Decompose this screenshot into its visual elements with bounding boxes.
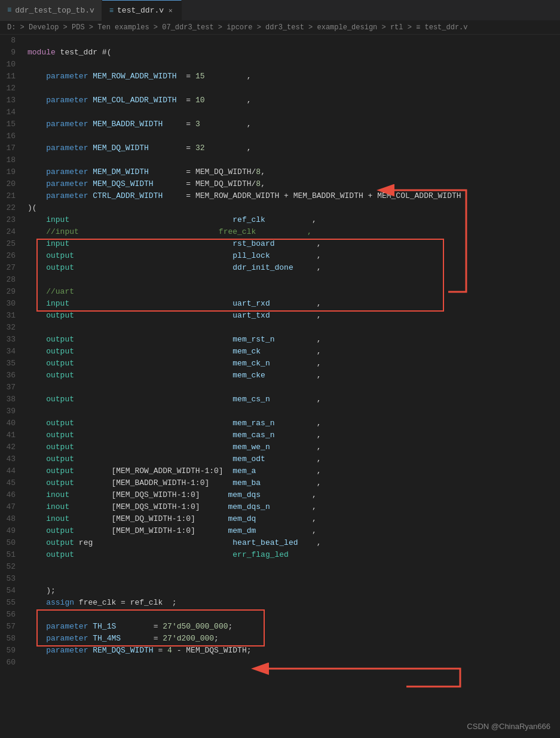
file-icon-2: ≡ xyxy=(109,7,114,15)
code-line: 35 output mem_ck_n , xyxy=(0,358,560,370)
line-number: 49 xyxy=(0,525,25,537)
line-number: 39 xyxy=(0,405,25,417)
line-number: 30 xyxy=(0,298,25,310)
line-number: 18 xyxy=(0,154,25,166)
line-number: 17 xyxy=(0,142,25,154)
code-line: 41 output mem_cas_n , xyxy=(0,429,560,441)
line-number: 19 xyxy=(0,166,25,178)
line-number: 31 xyxy=(0,310,25,322)
code-line: 47 inout [MEM_DQS_WIDTH-1:0] mem_dqs_n , xyxy=(0,501,560,513)
line-number: 44 xyxy=(0,465,25,477)
line-code: inout [MEM_DQ_WIDTH-1:0] mem_dq , xyxy=(25,513,560,525)
code-line: 32 xyxy=(0,322,560,334)
line-code: inout [MEM_DQS_WIDTH-1:0] mem_dqs_n , xyxy=(25,501,560,513)
code-line: 51 output err_flag_led xyxy=(0,549,560,561)
tab-bar: ≡ ddr_test_top_tb.v ≡ test_ddr.v ✕ xyxy=(0,0,560,21)
code-editor[interactable]: 8 9module test_ddr #(10 11 parameter MEM… xyxy=(0,35,560,669)
line-code xyxy=(25,573,560,585)
code-line: 36 output mem_cke , xyxy=(0,370,560,382)
code-line: 59 parameter REM_DQS_WIDTH = 4 - MEM_DQS… xyxy=(0,645,560,657)
code-line: 44 output [MEM_ROW_ADDR_WIDTH-1:0] mem_a… xyxy=(0,465,560,477)
line-number: 16 xyxy=(0,130,25,142)
line-number: 26 xyxy=(0,250,25,262)
line-code xyxy=(25,130,560,142)
code-line: 11 parameter MEM_ROW_ADDR_WIDTH = 15 , xyxy=(0,71,560,83)
line-code: module test_ddr #( xyxy=(25,47,560,59)
code-line: 25 input rst_board , xyxy=(0,238,560,250)
code-line: 14 xyxy=(0,106,560,118)
line-number: 8 xyxy=(0,35,25,47)
line-number: 34 xyxy=(0,346,25,358)
code-line: 16 xyxy=(0,130,560,142)
line-number: 58 xyxy=(0,633,25,645)
code-wrapper: 8 9module test_ddr #(10 11 parameter MEM… xyxy=(0,35,560,669)
code-line: 15 parameter MEM_BADDR_WIDTH = 3 , xyxy=(0,118,560,130)
code-line: 52 xyxy=(0,561,560,573)
line-code: output [MEM_ROW_ADDR_WIDTH-1:0] mem_a , xyxy=(25,465,560,477)
line-number: 52 xyxy=(0,561,25,573)
line-number: 22 xyxy=(0,202,25,214)
code-line: 21 parameter CTRL_ADDR_WIDTH = MEM_ROW_A… xyxy=(0,190,560,202)
code-line: 48 inout [MEM_DQ_WIDTH-1:0] mem_dq , xyxy=(0,513,560,525)
code-line: 31 output uart_txd , xyxy=(0,310,560,322)
line-number: 55 xyxy=(0,597,25,609)
line-number: 47 xyxy=(0,501,25,513)
code-line: 46 inout [MEM_DQS_WIDTH-1:0] mem_dqs , xyxy=(0,489,560,501)
code-line: 37 xyxy=(0,382,560,394)
line-code: output mem_we_n , xyxy=(25,441,560,453)
code-line: 30 input uart_rxd , xyxy=(0,298,560,310)
tab-close-button[interactable]: ✕ xyxy=(167,5,174,16)
line-code: //input free_clk , xyxy=(25,226,560,238)
line-number: 25 xyxy=(0,238,25,250)
code-line: 20 parameter MEM_DQS_WIDTH = MEM_DQ_WIDT… xyxy=(0,178,560,190)
line-number: 12 xyxy=(0,83,25,94)
line-code: input rst_board , xyxy=(25,238,560,250)
line-code: output [MEM_BADDR_WIDTH-1:0] mem_ba , xyxy=(25,477,560,489)
line-code xyxy=(25,274,560,286)
code-line: 50 output reg heart_beat_led , xyxy=(0,537,560,549)
line-code: output mem_ck , xyxy=(25,346,560,358)
tab-ddr-test-top[interactable]: ≡ ddr_test_top_tb.v xyxy=(0,0,102,21)
line-number: 24 xyxy=(0,226,25,238)
tab-test-ddr[interactable]: ≡ test_ddr.v ✕ xyxy=(102,0,182,21)
code-line: 29 //uart xyxy=(0,286,560,298)
file-icon-1: ≡ xyxy=(7,6,11,14)
code-line: 18 xyxy=(0,154,560,166)
line-number: 36 xyxy=(0,370,25,382)
line-number: 48 xyxy=(0,513,25,525)
line-code: output reg heart_beat_led , xyxy=(25,537,560,549)
breadcrumb: D: > Develop > PDS > Ten examples > 07_d… xyxy=(0,21,560,35)
code-line: 12 xyxy=(0,83,560,94)
line-code xyxy=(25,561,560,573)
code-line: 58 parameter TH_4MS = 27'd200_000; xyxy=(0,633,560,645)
line-number: 32 xyxy=(0,322,25,334)
code-line: 40 output mem_ras_n , xyxy=(0,417,560,429)
line-code xyxy=(25,405,560,417)
line-code: )( xyxy=(25,202,560,214)
line-number: 46 xyxy=(0,489,25,501)
line-number: 28 xyxy=(0,274,25,286)
line-code: output uart_txd , xyxy=(25,310,560,322)
line-number: 42 xyxy=(0,441,25,453)
line-code: parameter MEM_ROW_ADDR_WIDTH = 15 , xyxy=(25,71,560,83)
line-number: 60 xyxy=(0,657,25,669)
line-code: parameter MEM_DQ_WIDTH = 32 , xyxy=(25,142,560,154)
line-code: parameter MEM_COL_ADDR_WIDTH = 10 , xyxy=(25,94,560,106)
code-line: 10 xyxy=(0,59,560,71)
line-code: output mem_odt , xyxy=(25,453,560,465)
line-number: 57 xyxy=(0,621,25,633)
line-code: parameter MEM_BADDR_WIDTH = 3 , xyxy=(25,118,560,130)
code-line: 24 //input free_clk , xyxy=(0,226,560,238)
line-code: parameter MEM_DM_WIDTH = MEM_DQ_WIDTH/8, xyxy=(25,166,560,178)
line-number: 23 xyxy=(0,214,25,226)
line-number: 43 xyxy=(0,453,25,465)
line-number: 27 xyxy=(0,262,25,274)
breadcrumb-text: D: > Develop > PDS > Ten examples > 07_d… xyxy=(7,23,468,32)
code-line: 8 xyxy=(0,35,560,47)
line-number: 9 xyxy=(0,47,25,59)
line-number: 54 xyxy=(0,585,25,597)
line-code: output mem_cas_n , xyxy=(25,429,560,441)
code-line: 23 input ref_clk , xyxy=(0,214,560,226)
line-number: 38 xyxy=(0,394,25,405)
code-line: 43 output mem_odt , xyxy=(0,453,560,465)
